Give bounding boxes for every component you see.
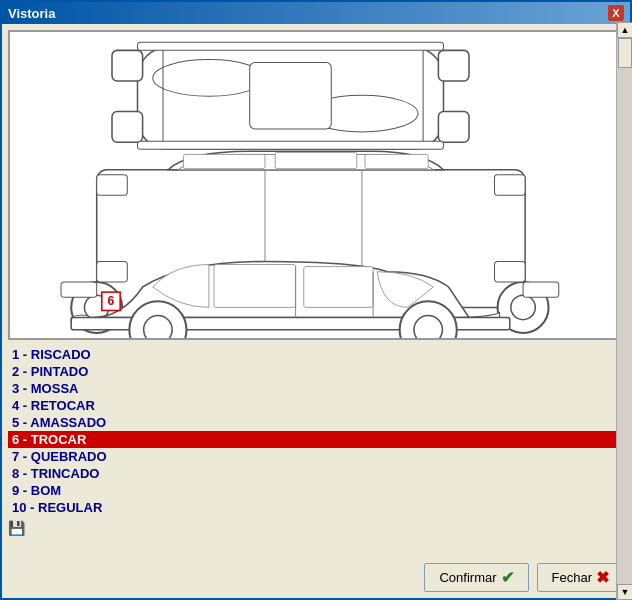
svg-point-34	[414, 316, 443, 338]
close-window-button[interactable]: X	[608, 5, 624, 21]
svg-rect-22	[61, 282, 97, 297]
close-label: Fechar	[552, 570, 592, 585]
svg-rect-27	[495, 262, 526, 282]
svg-rect-26	[495, 175, 526, 195]
window-title: Vistoria	[8, 6, 55, 21]
window: Vistoria X	[0, 0, 632, 600]
svg-rect-28	[214, 265, 296, 308]
svg-rect-14	[275, 152, 357, 168]
scroll-down-arrow[interactable]: ▼	[617, 584, 632, 600]
x-icon: ✖	[596, 568, 609, 587]
svg-rect-8	[438, 50, 469, 81]
close-button[interactable]: Fechar ✖	[537, 563, 624, 592]
icon-area	[8, 520, 624, 536]
scroll-thumb[interactable]	[618, 38, 632, 68]
title-bar: Vistoria X	[2, 2, 630, 24]
svg-point-32	[144, 316, 173, 338]
legend-item-6[interactable]: 6 - TROCAR	[8, 431, 624, 448]
confirm-button[interactable]: Confirmar ✔	[424, 563, 528, 592]
footer-buttons: Confirmar ✔ Fechar ✖	[2, 557, 630, 598]
car-diagram: 6	[8, 30, 624, 340]
svg-rect-23	[523, 282, 559, 297]
svg-rect-15	[365, 154, 428, 168]
legend-item-2[interactable]: 2 - PINTADO	[8, 363, 624, 380]
svg-rect-5	[250, 63, 332, 129]
legend-item-9[interactable]: 9 - BOM	[8, 482, 624, 499]
scrollbar[interactable]: ▲ ▼	[616, 22, 632, 600]
confirm-label: Confirmar	[439, 570, 496, 585]
bottom-section	[8, 520, 624, 542]
svg-rect-6	[112, 50, 143, 81]
legend-item-7[interactable]: 7 - QUEBRADO	[8, 448, 624, 465]
svg-rect-25	[97, 262, 128, 282]
scroll-up-arrow[interactable]: ▲	[617, 22, 632, 38]
svg-rect-11	[138, 141, 444, 149]
legend-item-8[interactable]: 8 - TRINCADO	[8, 465, 624, 482]
svg-point-1	[153, 60, 265, 97]
svg-rect-29	[304, 267, 373, 308]
legend-list: 1 - RISCADO2 - PINTADO3 - MOSSA4 - RETOC…	[8, 346, 624, 516]
legend-item-1[interactable]: 1 - RISCADO	[8, 346, 624, 363]
svg-text:6: 6	[108, 294, 115, 308]
main-content: 6 1 - RISCADO2 - PINTADO3 - MOSSA4 - RET…	[2, 24, 630, 557]
svg-point-21	[511, 295, 535, 319]
svg-rect-7	[112, 112, 143, 143]
legend-item-5[interactable]: 5 - AMASSADO	[8, 414, 624, 431]
legend-item-10[interactable]: 10 - REGULAR	[8, 499, 624, 516]
legend-item-4[interactable]: 4 - RETOCAR	[8, 397, 624, 414]
svg-rect-24	[97, 175, 128, 195]
svg-rect-13	[183, 154, 265, 168]
legend-item-3[interactable]: 3 - MOSSA	[8, 380, 624, 397]
svg-rect-10	[138, 42, 444, 50]
floppy-disk-icon	[8, 520, 25, 536]
scroll-track	[617, 38, 632, 584]
svg-rect-9	[438, 112, 469, 143]
check-icon: ✔	[501, 568, 514, 587]
